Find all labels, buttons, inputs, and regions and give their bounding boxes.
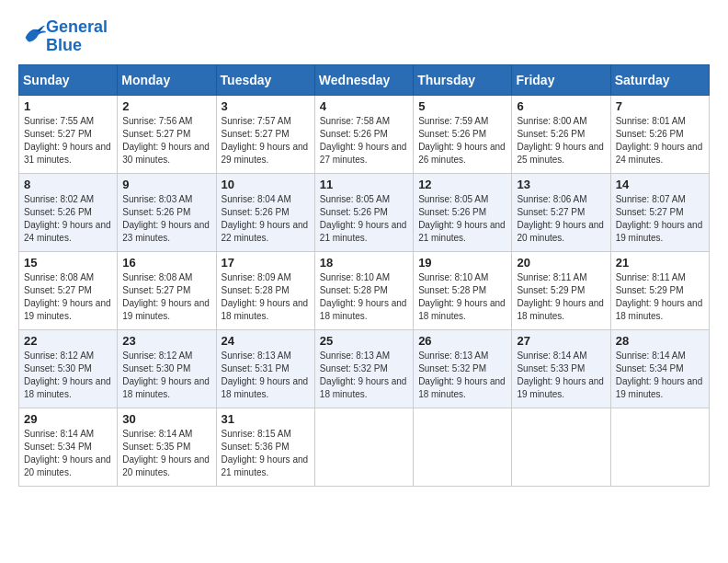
- table-cell: 3Sunrise: 7:57 AMSunset: 5:27 PMDaylight…: [216, 95, 314, 173]
- table-cell: [610, 408, 709, 486]
- table-cell: 17Sunrise: 8:09 AMSunset: 5:28 PMDayligh…: [216, 251, 314, 329]
- day-info: Sunrise: 8:05 AMSunset: 5:26 PMDaylight:…: [320, 194, 407, 243]
- day-info: Sunrise: 8:06 AMSunset: 5:27 PMDaylight:…: [517, 194, 604, 243]
- day-info: Sunrise: 7:55 AMSunset: 5:27 PMDaylight:…: [24, 116, 111, 165]
- day-number: 14: [616, 178, 704, 191]
- table-cell: 5Sunrise: 7:59 AMSunset: 5:26 PMDaylight…: [414, 95, 512, 173]
- day-info: Sunrise: 8:03 AMSunset: 5:26 PMDaylight:…: [122, 194, 210, 243]
- day-info: Sunrise: 8:10 AMSunset: 5:28 PMDaylight:…: [418, 272, 506, 321]
- day-number: 1: [24, 99, 112, 113]
- table-cell: 22Sunrise: 8:12 AMSunset: 5:30 PMDayligh…: [19, 329, 118, 408]
- day-number: 22: [24, 334, 112, 348]
- logo-blue: Blue: [46, 36, 82, 54]
- day-number: 26: [418, 334, 506, 348]
- table-cell: [414, 408, 512, 486]
- weekday-header-friday: Friday: [512, 64, 610, 95]
- table-cell: 31Sunrise: 8:15 AMSunset: 5:36 PMDayligh…: [216, 408, 314, 486]
- day-info: Sunrise: 8:02 AMSunset: 5:26 PMDaylight:…: [24, 194, 111, 243]
- table-cell: [512, 408, 610, 486]
- weekday-header-monday: Monday: [118, 64, 216, 95]
- day-number: 8: [24, 178, 112, 191]
- day-number: 25: [320, 334, 408, 348]
- day-info: Sunrise: 8:12 AMSunset: 5:30 PMDaylight:…: [122, 350, 210, 399]
- day-info: Sunrise: 8:04 AMSunset: 5:26 PMDaylight:…: [222, 194, 309, 243]
- table-cell: 20Sunrise: 8:11 AMSunset: 5:29 PMDayligh…: [512, 251, 610, 329]
- weekday-header-row: SundayMondayTuesdayWednesdayThursdayFrid…: [19, 64, 710, 95]
- week-row-1: 1Sunrise: 7:55 AMSunset: 5:27 PMDaylight…: [19, 95, 710, 173]
- week-row-3: 15Sunrise: 8:08 AMSunset: 5:27 PMDayligh…: [19, 251, 710, 329]
- table-cell: 30Sunrise: 8:14 AMSunset: 5:35 PMDayligh…: [118, 408, 216, 486]
- table-cell: 18Sunrise: 8:10 AMSunset: 5:28 PMDayligh…: [314, 251, 413, 329]
- day-info: Sunrise: 8:13 AMSunset: 5:31 PMDaylight:…: [222, 350, 309, 399]
- day-number: 20: [517, 256, 605, 270]
- day-number: 9: [122, 178, 210, 191]
- day-info: Sunrise: 8:00 AMSunset: 5:26 PMDaylight:…: [517, 116, 604, 165]
- table-cell: 2Sunrise: 7:56 AMSunset: 5:27 PMDaylight…: [118, 95, 216, 173]
- table-cell: 1Sunrise: 7:55 AMSunset: 5:27 PMDaylight…: [19, 95, 118, 173]
- day-info: Sunrise: 8:15 AMSunset: 5:36 PMDaylight:…: [222, 429, 309, 477]
- day-number: 23: [122, 334, 210, 348]
- day-number: 11: [320, 178, 408, 191]
- day-info: Sunrise: 8:13 AMSunset: 5:32 PMDaylight:…: [320, 350, 407, 399]
- table-cell: 15Sunrise: 8:08 AMSunset: 5:27 PMDayligh…: [19, 251, 118, 329]
- day-info: Sunrise: 8:08 AMSunset: 5:27 PMDaylight:…: [122, 272, 210, 321]
- day-info: Sunrise: 7:57 AMSunset: 5:27 PMDaylight:…: [222, 116, 309, 165]
- day-number: 12: [418, 178, 506, 191]
- day-number: 18: [320, 256, 408, 270]
- logo-bird-icon: [20, 22, 46, 48]
- day-number: 17: [222, 256, 310, 270]
- day-number: 7: [616, 99, 704, 113]
- day-number: 5: [418, 99, 506, 113]
- table-cell: 11Sunrise: 8:05 AMSunset: 5:26 PMDayligh…: [314, 173, 413, 251]
- day-info: Sunrise: 7:59 AMSunset: 5:26 PMDaylight:…: [418, 116, 506, 165]
- table-cell: 7Sunrise: 8:01 AMSunset: 5:26 PMDaylight…: [610, 95, 709, 173]
- day-info: Sunrise: 8:13 AMSunset: 5:32 PMDaylight:…: [418, 350, 506, 399]
- day-number: 15: [24, 256, 112, 270]
- table-cell: 14Sunrise: 8:07 AMSunset: 5:27 PMDayligh…: [610, 173, 709, 251]
- table-cell: 28Sunrise: 8:14 AMSunset: 5:34 PMDayligh…: [610, 329, 709, 408]
- day-info: Sunrise: 8:10 AMSunset: 5:28 PMDaylight:…: [320, 272, 407, 321]
- table-cell: 24Sunrise: 8:13 AMSunset: 5:31 PMDayligh…: [216, 329, 314, 408]
- day-info: Sunrise: 8:05 AMSunset: 5:26 PMDaylight:…: [418, 194, 506, 243]
- day-number: 27: [517, 334, 605, 348]
- day-info: Sunrise: 8:07 AMSunset: 5:27 PMDaylight:…: [616, 194, 703, 243]
- weekday-header-saturday: Saturday: [610, 64, 709, 95]
- table-cell: 26Sunrise: 8:13 AMSunset: 5:32 PMDayligh…: [414, 329, 512, 408]
- table-cell: 9Sunrise: 8:03 AMSunset: 5:26 PMDaylight…: [118, 173, 216, 251]
- table-cell: 23Sunrise: 8:12 AMSunset: 5:30 PMDayligh…: [118, 329, 216, 408]
- day-number: 21: [616, 256, 704, 270]
- day-info: Sunrise: 8:11 AMSunset: 5:29 PMDaylight:…: [616, 272, 703, 321]
- day-info: Sunrise: 7:58 AMSunset: 5:26 PMDaylight:…: [320, 116, 407, 165]
- day-info: Sunrise: 7:56 AMSunset: 5:27 PMDaylight:…: [122, 116, 210, 165]
- weekday-header-thursday: Thursday: [414, 64, 512, 95]
- day-number: 30: [122, 412, 210, 426]
- day-info: Sunrise: 8:14 AMSunset: 5:35 PMDaylight:…: [122, 429, 210, 477]
- day-info: Sunrise: 8:14 AMSunset: 5:33 PMDaylight:…: [517, 350, 604, 399]
- table-cell: 10Sunrise: 8:04 AMSunset: 5:26 PMDayligh…: [216, 173, 314, 251]
- table-cell: 12Sunrise: 8:05 AMSunset: 5:26 PMDayligh…: [414, 173, 512, 251]
- day-number: 19: [418, 256, 506, 270]
- day-number: 28: [616, 334, 704, 348]
- day-info: Sunrise: 8:12 AMSunset: 5:30 PMDaylight:…: [24, 350, 111, 399]
- weekday-header-tuesday: Tuesday: [216, 64, 314, 95]
- week-row-5: 29Sunrise: 8:14 AMSunset: 5:34 PMDayligh…: [19, 408, 710, 486]
- day-number: 10: [222, 178, 310, 191]
- day-info: Sunrise: 8:08 AMSunset: 5:27 PMDaylight:…: [24, 272, 111, 321]
- day-number: 4: [320, 99, 408, 113]
- table-cell: 21Sunrise: 8:11 AMSunset: 5:29 PMDayligh…: [610, 251, 709, 329]
- calendar: SundayMondayTuesdayWednesdayThursdayFrid…: [18, 64, 710, 487]
- day-number: 31: [222, 412, 310, 426]
- table-cell: 6Sunrise: 8:00 AMSunset: 5:26 PMDaylight…: [512, 95, 610, 173]
- day-info: Sunrise: 8:01 AMSunset: 5:26 PMDaylight:…: [616, 116, 703, 165]
- day-number: 16: [122, 256, 210, 270]
- table-cell: 8Sunrise: 8:02 AMSunset: 5:26 PMDaylight…: [19, 173, 118, 251]
- table-cell: 25Sunrise: 8:13 AMSunset: 5:32 PMDayligh…: [314, 329, 413, 408]
- day-number: 24: [222, 334, 310, 348]
- day-number: 3: [222, 99, 310, 113]
- day-info: Sunrise: 8:14 AMSunset: 5:34 PMDaylight:…: [24, 429, 111, 477]
- weekday-header-sunday: Sunday: [19, 64, 118, 95]
- table-cell: 19Sunrise: 8:10 AMSunset: 5:28 PMDayligh…: [414, 251, 512, 329]
- day-number: 6: [517, 99, 605, 113]
- table-cell: 16Sunrise: 8:08 AMSunset: 5:27 PMDayligh…: [118, 251, 216, 329]
- day-number: 2: [122, 99, 210, 113]
